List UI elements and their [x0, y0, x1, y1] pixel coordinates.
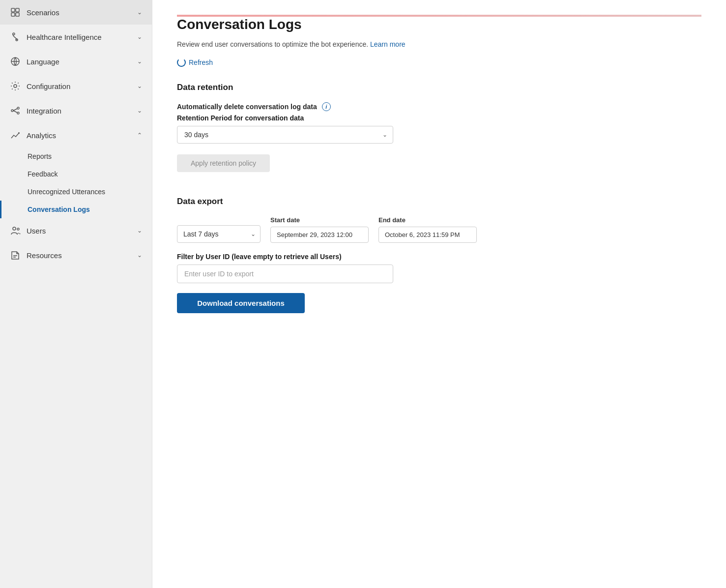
sidebar-item-integration[interactable]: Integration ⌄ — [0, 98, 152, 123]
start-date-input[interactable] — [270, 227, 369, 243]
main-content: Conversation Logs Review end user conver… — [152, 0, 726, 588]
sidebar-item-language-label: Language — [27, 58, 59, 66]
refresh-button[interactable]: Refresh — [177, 58, 213, 67]
language-icon — [10, 56, 21, 67]
svg-point-11 — [13, 227, 16, 230]
toggle-label: Automatically delete conversation log da… — [177, 103, 317, 111]
retention-period-dropdown-wrapper: 30 days 60 days 90 days 180 days 365 day… — [177, 126, 393, 144]
gear-icon — [10, 81, 21, 91]
sidebar-item-reports[interactable]: Reports — [0, 147, 152, 165]
users-icon — [10, 225, 21, 236]
apply-retention-button[interactable]: Apply retention policy — [177, 154, 270, 172]
page-title: Conversation Logs — [177, 17, 701, 32]
integration-icon — [10, 105, 21, 116]
sidebar-item-configuration-label: Configuration — [27, 82, 70, 90]
sidebar-item-resources-label: Resources — [27, 251, 62, 260]
range-select-wrapper: Last 7 days Last 30 days Last 90 days Cu… — [177, 225, 261, 243]
sidebar-item-scenarios-label: Scenarios — [27, 8, 59, 17]
sidebar-item-feedback[interactable]: Feedback — [0, 165, 152, 183]
svg-rect-3 — [16, 13, 19, 16]
sidebar-item-scenarios[interactable]: Scenarios ⌄ — [0, 0, 152, 25]
chevron-down-icon: ⌄ — [137, 58, 142, 65]
toggle-row: Automatically delete conversation log da… — [177, 102, 701, 111]
svg-point-12 — [17, 228, 19, 230]
sidebar-item-integration-label: Integration — [27, 107, 61, 115]
sidebar-item-configuration[interactable]: Configuration ⌄ — [0, 74, 152, 98]
chevron-down-icon: ⌄ — [137, 107, 142, 114]
sidebar-item-analytics[interactable]: Analytics ⌃ — [0, 123, 152, 147]
sidebar-item-conversation-logs[interactable]: Conversation Logs — [0, 201, 152, 218]
svg-rect-1 — [16, 8, 19, 12]
analytics-icon — [10, 130, 21, 141]
start-date-label: Start date — [270, 216, 369, 224]
retention-period-select[interactable]: 30 days 60 days 90 days 180 days 365 day… — [177, 126, 393, 144]
page-subtitle: Review end user conversations to optimiz… — [177, 40, 701, 48]
date-range-select[interactable]: Last 7 days Last 30 days Last 90 days Cu… — [177, 225, 261, 243]
filter-label: Filter by User ID (leave empty to retrie… — [177, 253, 701, 261]
chevron-down-icon: ⌄ — [137, 9, 142, 16]
learn-more-link[interactable]: Learn more — [370, 40, 406, 48]
svg-point-10 — [17, 112, 19, 114]
sidebar-item-users-label: Users — [27, 227, 46, 235]
svg-rect-0 — [11, 8, 15, 12]
analytics-submenu: Reports Feedback Unrecognized Utterances… — [0, 147, 152, 218]
sidebar-item-unrecognized-utterances[interactable]: Unrecognized Utterances — [0, 183, 152, 201]
sidebar-item-language[interactable]: Language ⌄ — [0, 49, 152, 74]
start-date-field: Start date — [270, 216, 369, 243]
data-retention-section: Data retention Automatically delete conv… — [177, 83, 701, 172]
chevron-down-icon: ⌄ — [137, 227, 142, 234]
data-export-section: Data export Last 7 days Last 30 days Las… — [177, 197, 701, 313]
chevron-down-icon: ⌄ — [137, 252, 142, 259]
resources-icon — [10, 250, 21, 261]
chevron-down-icon: ⌄ — [137, 33, 142, 40]
end-date-input[interactable] — [378, 227, 477, 243]
end-date-label: End date — [378, 216, 477, 224]
sidebar-item-healthcare-label: Healthcare Intelligence — [27, 33, 102, 41]
download-button[interactable]: Download conversations — [177, 293, 305, 313]
end-date-field: End date — [378, 216, 477, 243]
svg-point-7 — [14, 85, 17, 88]
sidebar-item-healthcare[interactable]: Healthcare Intelligence ⌄ — [0, 25, 152, 49]
svg-rect-2 — [11, 13, 15, 16]
data-export-title: Data export — [177, 197, 701, 206]
svg-point-9 — [17, 107, 19, 109]
refresh-icon — [177, 58, 186, 67]
data-retention-title: Data retention — [177, 83, 701, 92]
grid-icon — [10, 7, 21, 18]
sidebar-item-analytics-label: Analytics — [27, 131, 56, 140]
sidebar: Scenarios ⌄ Healthcare Intelligence ⌄ La… — [0, 0, 152, 588]
stethoscope-icon — [10, 31, 21, 42]
chevron-up-icon: ⌃ — [137, 132, 142, 139]
user-id-input[interactable] — [177, 265, 393, 283]
sidebar-item-resources[interactable]: Resources ⌄ — [0, 243, 152, 267]
svg-point-8 — [11, 110, 13, 112]
sidebar-item-users[interactable]: Users ⌄ — [0, 218, 152, 243]
retention-period-label: Retention Period for conversation data — [177, 114, 701, 122]
date-range-row: Last 7 days Last 30 days Last 90 days Cu… — [177, 216, 701, 243]
info-icon[interactable]: i — [322, 102, 331, 111]
chevron-down-icon: ⌄ — [137, 83, 142, 89]
